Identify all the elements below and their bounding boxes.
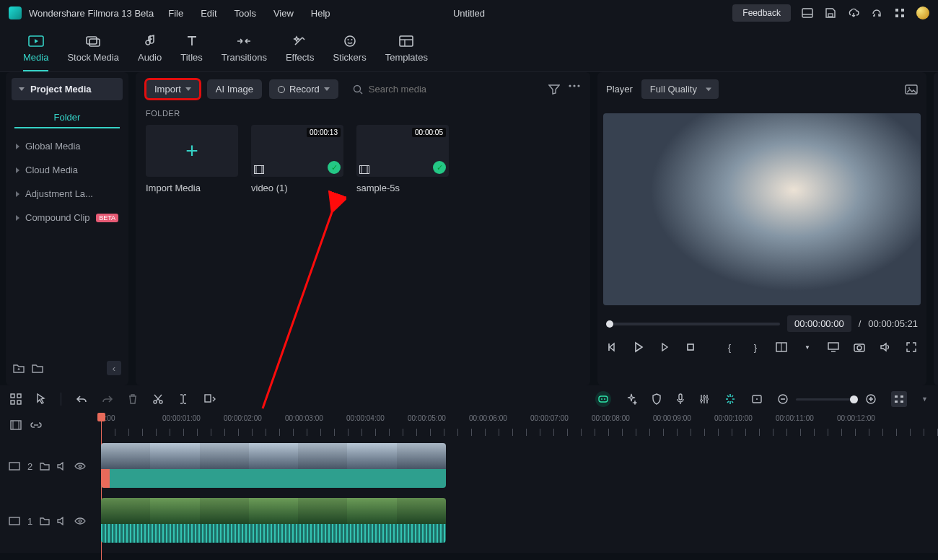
apps-grid-icon[interactable] [893, 6, 906, 19]
undo-icon[interactable] [76, 394, 87, 404]
mark-in-icon[interactable]: { [723, 341, 736, 354]
dashboard-icon[interactable] [10, 393, 22, 405]
display-icon[interactable] [827, 341, 840, 354]
fullscreen-icon[interactable] [905, 341, 918, 354]
media-tile[interactable]: 00:00:13 video (1) [251, 125, 343, 193]
ruler[interactable]: 0:0000:00:01:0000:00:02:0000:00:03:0000:… [101, 413, 938, 437]
mixer-icon[interactable] [699, 394, 709, 404]
sidebar-item-compound[interactable]: Compound ClipBETA [6, 206, 128, 229]
svg-marker-32 [636, 343, 642, 351]
feedback-button[interactable]: Feedback [732, 4, 791, 22]
next-frame-icon[interactable] [658, 341, 671, 354]
snapshot-icon[interactable] [905, 84, 918, 95]
ruler-tick-label: 00:00:07:00 [530, 414, 569, 422]
volume-icon[interactable] [879, 341, 892, 354]
ai-tools-button[interactable] [595, 391, 611, 407]
sidebar-item-global[interactable]: Global Media [6, 134, 128, 158]
collapse-sidebar-button[interactable]: ‹ [107, 361, 121, 375]
stop-button[interactable] [684, 341, 697, 354]
tab-media[interactable]: Media [23, 33, 48, 71]
shield-icon[interactable] [652, 393, 662, 405]
preview-viewport[interactable] [603, 113, 921, 305]
timeline-clip[interactable]: video (1) [101, 443, 446, 488]
marker-icon[interactable] [751, 395, 763, 403]
chevron-down-icon[interactable]: ▼ [801, 341, 814, 354]
prev-frame-icon[interactable] [606, 341, 619, 354]
mic-icon[interactable] [676, 393, 685, 405]
ratio-icon[interactable] [775, 341, 788, 354]
folder-tab[interactable]: Folder [14, 108, 120, 128]
stock-media-icon [85, 33, 101, 49]
svg-marker-8 [35, 39, 38, 43]
headset-icon[interactable] [870, 6, 883, 19]
svg-rect-72 [9, 517, 19, 525]
zoom-out-icon[interactable] [777, 393, 789, 405]
zoom-slider-handle[interactable] [850, 395, 858, 403]
ai-image-button[interactable]: AI Image [207, 79, 262, 99]
media-tile[interactable]: 00:00:05 sample-5s [356, 125, 449, 193]
pointer-icon[interactable] [36, 393, 46, 405]
tab-templates[interactable]: Templates [385, 33, 428, 71]
cut-icon[interactable] [152, 393, 164, 405]
eye-icon[interactable] [74, 463, 86, 470]
timeline-clip[interactable]: sample-5s [101, 498, 446, 543]
quality-value: Full Quality [650, 84, 697, 95]
play-button[interactable] [632, 341, 645, 354]
scrubber-handle[interactable] [606, 320, 613, 328]
mute-icon[interactable] [57, 517, 67, 525]
timeline-view-toggle[interactable] [891, 391, 907, 407]
filter-icon[interactable] [548, 84, 560, 95]
project-media-header[interactable]: Project Media [12, 78, 123, 100]
layout-icon[interactable] [801, 6, 814, 19]
zoom-in-icon[interactable] [865, 393, 877, 405]
folder-icon[interactable] [40, 462, 50, 471]
mark-out-icon[interactable]: } [749, 341, 762, 354]
menu-help[interactable]: Help [311, 8, 330, 19]
record-button[interactable]: Record [269, 79, 338, 99]
menu-tools[interactable]: Tools [234, 8, 256, 19]
redo-icon[interactable] [102, 394, 113, 404]
smart-star-icon[interactable] [724, 393, 737, 405]
tab-audio[interactable]: Audio [138, 33, 162, 71]
player-scrubber[interactable] [606, 323, 780, 325]
playhead-handle[interactable] [97, 413, 105, 421]
zoom-slider[interactable] [796, 398, 858, 401]
text-cursor-icon[interactable] [178, 393, 188, 405]
sparkle-icon[interactable] [626, 393, 637, 405]
crop-icon[interactable] [203, 393, 216, 405]
user-avatar[interactable] [916, 6, 929, 19]
sidebar-item-cloud[interactable]: Cloud Media [6, 158, 128, 182]
chevron-down-icon[interactable]: ▼ [921, 395, 928, 403]
svg-point-54 [706, 398, 709, 401]
import-media-tile[interactable]: + Import Media [146, 125, 238, 193]
link-icon[interactable] [30, 421, 42, 429]
app-logo [9, 6, 22, 19]
menu-file[interactable]: File [168, 8, 183, 19]
tab-effects[interactable]: Effects [286, 33, 315, 71]
menu-view[interactable]: View [273, 8, 294, 19]
player-tab[interactable]: Player [606, 84, 633, 95]
eye-icon[interactable] [74, 517, 86, 525]
more-icon[interactable] [569, 84, 580, 95]
import-button[interactable]: Import [146, 79, 200, 99]
quality-select[interactable]: Full Quality [641, 79, 719, 99]
tab-stickers[interactable]: Stickers [333, 33, 366, 71]
camera-icon[interactable] [853, 341, 866, 354]
tab-transitions[interactable]: Transitions [222, 33, 267, 71]
search-input[interactable] [369, 84, 477, 95]
sidebar-item-adjustment[interactable]: Adjustment La... [6, 182, 128, 206]
folder-icon[interactable] [32, 363, 43, 373]
trash-icon[interactable] [128, 393, 138, 405]
timeline-clip-icon[interactable] [10, 420, 22, 430]
svg-rect-63 [900, 395, 903, 398]
tab-stock-media[interactable]: Stock Media [67, 33, 119, 71]
menu-edit[interactable]: Edit [201, 8, 216, 19]
new-folder-add-icon[interactable] [13, 363, 25, 373]
mute-icon[interactable] [57, 462, 67, 471]
tab-titles[interactable]: Titles [180, 33, 203, 71]
cloud-download-icon[interactable] [847, 6, 860, 19]
save-icon[interactable] [824, 6, 837, 19]
folder-icon[interactable] [40, 517, 50, 525]
sidebar-item-label: Cloud Media [25, 165, 78, 175]
ai-image-label: AI Image [216, 84, 253, 95]
